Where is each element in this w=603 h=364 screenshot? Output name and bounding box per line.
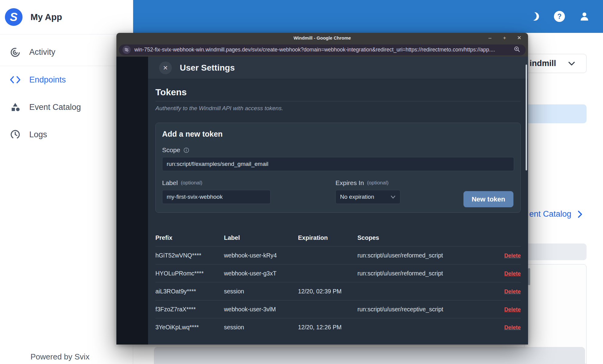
sidebar-nav: Activity Endpoints	[0, 34, 133, 148]
delete-token-link[interactable]: Delete	[504, 289, 521, 295]
endpoints-icon	[10, 74, 21, 85]
add-token-title: Add a new token	[162, 130, 514, 138]
workspace-name-partial: indmill	[530, 59, 556, 68]
close-icon: ✕	[163, 64, 168, 72]
token-label: session	[224, 324, 298, 331]
tokens-section-subtitle: Authentify to the Windmill API with acce…	[155, 105, 521, 112]
token-table-row: 3YeOiKpLwq**** session 12/20, 12:26 PM D…	[155, 318, 521, 336]
new-token-button[interactable]: New token	[463, 191, 513, 207]
help-icon: ?	[554, 11, 565, 22]
dark-mode-toggle[interactable]	[529, 11, 540, 22]
sidebar-item-endpoints[interactable]: Endpoints	[0, 66, 133, 93]
expires-label: Expires In (optional)	[335, 179, 400, 187]
delete-token-link[interactable]: Delete	[504, 324, 521, 331]
powered-by-svix: Powered by Svix	[30, 352, 90, 362]
delete-token-link[interactable]: Delete	[504, 306, 521, 313]
user-menu-button[interactable]	[579, 11, 590, 22]
window-title: Windmill - Google Chrome	[293, 35, 351, 40]
modal-header: ✕ User Settings	[148, 57, 528, 79]
tokens-table: Prefix Label Expiration Scopes hGiT52wVN…	[155, 229, 521, 336]
user-settings-modal: ✕ User Settings Tokens Authentify to the…	[148, 57, 528, 345]
user-icon	[579, 11, 590, 22]
token-label: webhook-user-3vlM	[224, 306, 298, 313]
sidebar-item-label: Activity	[29, 47, 55, 57]
chrome-window: Windmill - Google Chrome – + ✕ win-752-f…	[116, 33, 528, 345]
close-modal-button[interactable]: ✕	[159, 61, 172, 74]
label-label-text: Label	[162, 179, 178, 187]
app-header: S My App	[0, 0, 133, 34]
tokens-table-header: Prefix Label Expiration Scopes	[155, 229, 521, 246]
scope-input[interactable]	[162, 157, 514, 171]
col-header-prefix: Prefix	[155, 234, 224, 241]
maximize-button[interactable]: +	[501, 35, 508, 41]
event-catalog-icon	[10, 102, 21, 113]
chevron-down-icon	[568, 61, 576, 66]
svix-logo-icon: S	[5, 8, 23, 26]
modal-scrollbar[interactable]	[526, 65, 527, 170]
help-button[interactable]: ?	[554, 11, 565, 22]
token-prefix: 3YeOiKpLwq****	[155, 324, 224, 331]
expires-label-text: Expires In	[335, 179, 364, 187]
delete-token-link[interactable]: Delete	[504, 253, 521, 259]
add-token-second-row: Label (optional) Expires In (optional)	[162, 179, 514, 210]
window-controls: – + ✕	[487, 33, 523, 43]
token-label: webhook-user-kRy4	[224, 252, 298, 259]
sidebar: S My App Activity	[0, 0, 133, 364]
logs-icon	[10, 129, 21, 140]
label-input[interactable]	[162, 190, 271, 204]
url-text: win-752-fix-svix-webhook-win.windmill.pa…	[134, 47, 510, 53]
label-label: Label (optional)	[162, 179, 271, 187]
address-bar[interactable]: win-752-fix-svix-webhook-win.windmill.pa…	[119, 44, 526, 55]
token-label: session	[224, 288, 298, 295]
moon-icon	[529, 11, 540, 22]
zoom-page-button[interactable]	[514, 46, 520, 54]
windmill-dark-sidebar	[116, 57, 148, 345]
label-optional-text: (optional)	[181, 180, 202, 186]
col-header-expiration: Expiration	[298, 234, 357, 241]
sidebar-item-label: Logs	[29, 130, 47, 139]
activity-icon	[10, 47, 21, 58]
col-header-label: Label	[224, 234, 298, 241]
topbar: ?	[133, 0, 603, 33]
close-window-button[interactable]: ✕	[516, 35, 523, 41]
window-titlebar[interactable]: Windmill - Google Chrome – + ✕	[116, 33, 528, 43]
event-catalog-link[interactable]: ent Catalog	[529, 209, 583, 219]
sidebar-item-logs[interactable]: Logs	[0, 121, 133, 148]
tokens-table-body: hGiT52wVNQ**** webhook-user-kRy4 run:scr…	[155, 246, 521, 336]
tune-icon	[124, 47, 129, 52]
sidebar-item-label: Endpoints	[29, 75, 66, 85]
browser-viewport: ✕ User Settings Tokens Authentify to the…	[116, 57, 528, 345]
info-icon	[183, 147, 189, 153]
token-table-row: aiL3ROat9y**** session 12/20, 02:39 PM D…	[155, 282, 521, 300]
token-table-row: hGiT52wVNQ**** webhook-user-kRy4 run:scr…	[155, 246, 521, 264]
token-scopes: run:script/u/user/reformed_script	[357, 252, 487, 259]
token-prefix: HYOLuPRomc****	[155, 270, 224, 277]
sidebar-item-label: Event Catalog	[29, 103, 81, 112]
token-expiration: 12/20, 02:39 PM	[298, 288, 357, 295]
add-token-card: Add a new token Scope	[155, 123, 521, 213]
minimize-button[interactable]: –	[487, 35, 493, 41]
chevron-down-icon	[390, 195, 396, 199]
col-header-scopes: Scopes	[357, 234, 487, 241]
screen: ? indmill ent Catalog S My Ap	[0, 0, 603, 364]
background-panel-scrollbar[interactable]	[528, 268, 530, 285]
token-label: webhook-user-g3xT	[224, 270, 298, 277]
scope-label: Scope	[162, 146, 514, 154]
event-catalog-link-label: ent Catalog	[529, 209, 571, 219]
delete-token-link[interactable]: Delete	[504, 271, 521, 277]
token-prefix: hGiT52wVNQ****	[155, 252, 224, 259]
sidebar-item-activity[interactable]: Activity	[0, 39, 133, 66]
scope-label-text: Scope	[162, 146, 180, 154]
token-table-row: HYOLuPRomc**** webhook-user-g3xT run:scr…	[155, 264, 521, 282]
expires-select[interactable]: No expiration	[335, 190, 400, 204]
label-field-group: Label (optional)	[162, 179, 271, 204]
modal-title: User Settings	[180, 63, 235, 73]
token-scopes: run:script/u/user/reformed_script	[357, 270, 487, 277]
tokens-section-title: Tokens	[155, 87, 521, 101]
background-bottom-area	[154, 347, 585, 364]
site-settings-button[interactable]	[122, 46, 131, 54]
modal-content: Tokens Authentify to the Windmill API wi…	[148, 79, 528, 336]
token-prefix: aiL3ROat9y****	[155, 288, 224, 295]
sidebar-item-event-catalog[interactable]: Event Catalog	[0, 93, 133, 121]
expires-field-group: Expires In (optional) No expiration	[335, 179, 400, 204]
